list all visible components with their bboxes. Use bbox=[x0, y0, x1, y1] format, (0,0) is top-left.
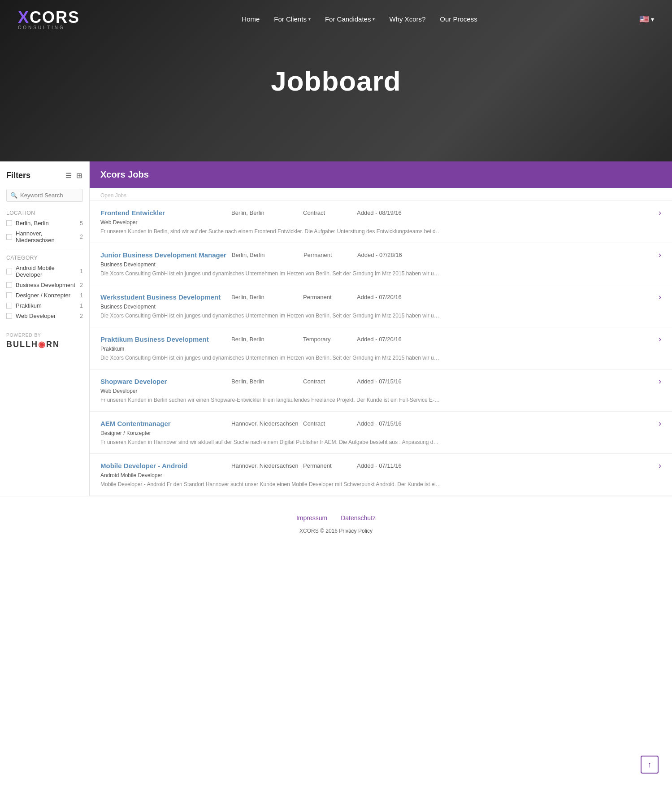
filter-count-berlin: 5 bbox=[80, 220, 83, 226]
job-title-link[interactable]: Shopware Developer bbox=[100, 378, 226, 385]
arrow-right-icon: › bbox=[659, 292, 661, 302]
job-item[interactable]: Shopware Developer Berlin, Berlin Contra… bbox=[90, 370, 672, 412]
nav-item-why[interactable]: Why Xcors? bbox=[389, 15, 425, 23]
language-selector[interactable]: 🇺🇸 ▾ bbox=[639, 14, 654, 24]
job-date: Added - 07/28/16 bbox=[357, 252, 420, 258]
job-item[interactable]: Mobile Developer - Android Hannover, Nie… bbox=[90, 454, 672, 496]
job-item[interactable]: Werksstudent Business Development Berlin… bbox=[90, 285, 672, 327]
job-item-top: Praktikum Business Development Berlin, B… bbox=[100, 335, 661, 344]
job-date: Added - 07/20/16 bbox=[357, 294, 420, 300]
arrow-right-icon: › bbox=[659, 208, 661, 217]
arrow-right-icon: › bbox=[659, 377, 661, 386]
job-title-link[interactable]: Frontend Entwickler bbox=[100, 209, 226, 217]
job-type: Permanent bbox=[303, 252, 357, 258]
filter-count-praktikum: 1 bbox=[80, 303, 83, 309]
job-excerpt: Fr unseren Kunden in Hannover sind wir a… bbox=[100, 438, 441, 446]
footer-privacy-link[interactable]: Privacy Policy bbox=[339, 528, 373, 534]
list-view-button[interactable]: ☰ bbox=[65, 170, 73, 181]
arrow-right-icon: › bbox=[659, 419, 661, 428]
job-title-link[interactable]: Junior Business Development Manager bbox=[100, 251, 226, 259]
filter-checkbox-designer[interactable] bbox=[6, 292, 12, 298]
filter-praktikum[interactable]: Praktikum 1 bbox=[6, 302, 83, 309]
job-type: Temporary bbox=[303, 336, 357, 343]
filter-checkbox-web-developer[interactable] bbox=[6, 313, 12, 319]
nav-link-process[interactable]: Our Process bbox=[440, 15, 477, 23]
filter-label-designer: Designer / Konzepter bbox=[16, 292, 76, 299]
main-layout: Filters ☰ ⊞ 🔍 Location Berlin, Berlin 5 … bbox=[0, 161, 672, 496]
filter-checkbox-hannover[interactable] bbox=[6, 234, 12, 240]
nav-link-candidates[interactable]: For Candidates ▾ bbox=[325, 15, 375, 23]
job-type: Contract bbox=[303, 378, 357, 385]
job-location: Hannover, Niedersachsen bbox=[231, 462, 303, 469]
nav-item-candidates[interactable]: For Candidates ▾ bbox=[325, 15, 375, 23]
job-date: Added - 08/19/16 bbox=[357, 209, 420, 216]
bullhorn-o: ◉ bbox=[38, 340, 46, 349]
nav-link-clients[interactable]: For Clients ▾ bbox=[274, 15, 311, 23]
grid-view-button[interactable]: ⊞ bbox=[75, 170, 83, 181]
nav-item-home[interactable]: Home bbox=[242, 15, 260, 23]
footer-year: © 2016 bbox=[320, 528, 338, 534]
job-title-link[interactable]: Praktikum Business Development bbox=[100, 335, 226, 343]
job-meta: Berlin, Berlin Permanent Added - 07/28/1… bbox=[232, 250, 661, 260]
job-location: Berlin, Berlin bbox=[231, 378, 303, 385]
search-box[interactable]: 🔍 bbox=[6, 189, 83, 202]
filter-web-developer[interactable]: Web Developer 2 bbox=[6, 313, 83, 319]
job-item[interactable]: Junior Business Development Manager Berl… bbox=[90, 243, 672, 285]
job-title-link[interactable]: AEM Contentmanager bbox=[100, 420, 226, 427]
filter-business-dev[interactable]: Business Development 2 bbox=[6, 282, 83, 288]
main-nav: Home For Clients ▾ For Candidates ▾ Why … bbox=[242, 15, 477, 23]
job-meta: Hannover, Niedersachsen Contract Added -… bbox=[231, 419, 661, 428]
job-title-link[interactable]: Werksstudent Business Development bbox=[100, 293, 226, 301]
filter-checkbox-android[interactable] bbox=[6, 269, 12, 274]
filter-designer[interactable]: Designer / Konzepter 1 bbox=[6, 292, 83, 299]
keyword-search-input[interactable] bbox=[20, 192, 79, 199]
logo[interactable]: XCORS CONSULTING bbox=[18, 8, 80, 30]
chevron-down-icon: ▾ bbox=[373, 17, 375, 22]
job-item-top: Mobile Developer - Android Hannover, Nie… bbox=[100, 461, 661, 470]
job-category: Praktikum bbox=[100, 346, 661, 352]
job-category: Business Development bbox=[100, 304, 661, 310]
nav-item-clients[interactable]: For Clients ▾ bbox=[274, 15, 311, 23]
nav-link-home[interactable]: Home bbox=[242, 15, 260, 23]
logo-rest: CORS bbox=[30, 8, 80, 26]
chevron-down-icon: ▾ bbox=[651, 16, 654, 23]
filter-berlin[interactable]: Berlin, Berlin 5 bbox=[6, 220, 83, 226]
logo-x: X bbox=[18, 8, 30, 26]
open-jobs-label: Open Jobs bbox=[90, 188, 672, 201]
job-category: Web Developer bbox=[100, 388, 661, 394]
search-icon: 🔍 bbox=[10, 192, 17, 199]
filter-hannover[interactable]: Hannover, Niedersachsen 2 bbox=[6, 230, 83, 243]
filter-count-web-developer: 2 bbox=[80, 313, 83, 319]
filter-checkbox-praktikum[interactable] bbox=[6, 303, 12, 309]
arrow-right-icon: › bbox=[659, 461, 661, 470]
job-item[interactable]: Praktikum Business Development Berlin, B… bbox=[90, 327, 672, 370]
job-item[interactable]: AEM Contentmanager Hannover, Niedersachs… bbox=[90, 412, 672, 454]
job-type: Permanent bbox=[303, 462, 357, 469]
sidebar: Filters ☰ ⊞ 🔍 Location Berlin, Berlin 5 … bbox=[0, 161, 90, 496]
filter-android[interactable]: Android Mobile Developer 1 bbox=[6, 265, 83, 278]
job-meta: Berlin, Berlin Contract Added - 07/15/16… bbox=[231, 377, 661, 386]
job-location: Berlin, Berlin bbox=[231, 209, 303, 216]
chevron-down-icon: ▾ bbox=[308, 17, 311, 22]
arrow-right-icon: › bbox=[659, 335, 661, 344]
job-excerpt: Fr unseren Kunden in Berlin, sind wir au… bbox=[100, 227, 441, 235]
job-item[interactable]: Frontend Entwickler Berlin, Berlin Contr… bbox=[90, 201, 672, 243]
navbar: XCORS CONSULTING Home For Clients ▾ For … bbox=[0, 0, 672, 38]
job-title-link[interactable]: Mobile Developer - Android bbox=[100, 462, 226, 470]
filter-label-web-developer: Web Developer bbox=[16, 313, 76, 319]
jobs-panel: Xcors Jobs Open Jobs Frontend Entwickler… bbox=[90, 161, 672, 496]
hero-title: Jobboard bbox=[271, 65, 401, 97]
bullhorn-logo: BULLH◉RN bbox=[6, 339, 83, 349]
job-date: Added - 07/11/16 bbox=[357, 462, 420, 469]
footer-impressum-link[interactable]: Impressum bbox=[296, 514, 327, 522]
jobs-panel-title: Xcors Jobs bbox=[100, 170, 149, 179]
job-location: Berlin, Berlin bbox=[231, 294, 303, 300]
filter-checkbox-business-dev[interactable] bbox=[6, 282, 12, 288]
footer-datenschutz-link[interactable]: Datenschutz bbox=[341, 514, 376, 522]
hero-content: Jobboard bbox=[271, 65, 401, 97]
filter-checkbox-berlin[interactable] bbox=[6, 220, 12, 226]
nav-item-process[interactable]: Our Process bbox=[440, 15, 477, 23]
jobs-header: Xcors Jobs bbox=[90, 161, 672, 188]
job-location: Berlin, Berlin bbox=[232, 252, 303, 258]
nav-link-why[interactable]: Why Xcors? bbox=[389, 15, 425, 23]
